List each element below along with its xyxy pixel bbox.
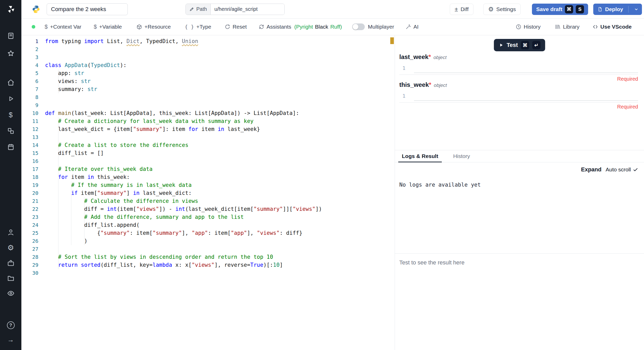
diff-button[interactable]: ± Diff — [450, 4, 473, 15]
code-line[interactable]: # Iterate over this_week data — [45, 165, 388, 173]
editor-toolbar: $ +Context Var $ +Variable +Resource { }… — [21, 19, 644, 35]
add-resource-button[interactable]: +Resource — [136, 24, 171, 30]
sidebar-item-runs[interactable] — [7, 95, 14, 102]
assistants-button[interactable]: Assistants — [259, 24, 291, 30]
code-line[interactable]: for item in this_week: — [45, 173, 388, 181]
add-context-var-button[interactable]: $ +Context Var — [45, 24, 81, 30]
sidebar-item-schedules[interactable] — [7, 143, 14, 151]
code-line[interactable] — [45, 45, 388, 53]
add-variable-button[interactable]: $ +Variable — [94, 24, 122, 30]
editor-code: from typing import List, Dict, TypedDict… — [45, 37, 388, 277]
deploy-divider — [628, 6, 629, 13]
save-draft-button[interactable]: Save draft ⌘ S — [532, 4, 588, 15]
code-line[interactable] — [45, 157, 388, 165]
expand-button[interactable]: Expand — [581, 166, 601, 173]
script-title-input[interactable] — [47, 3, 128, 15]
code-editor[interactable]: 1234567891011121314151617181920212223242… — [21, 35, 395, 350]
code-line[interactable]: if item["summary"] in last_week_dict: — [45, 189, 388, 197]
deploy-button[interactable]: Deploy — [593, 4, 642, 15]
code-line[interactable]: views: str — [45, 77, 388, 85]
history-button[interactable]: History — [516, 24, 540, 30]
line-number: 6 — [21, 77, 38, 85]
sidebar-item-home[interactable] — [7, 79, 14, 86]
code-line[interactable]: # Add the difference, summary and app to… — [45, 213, 388, 221]
sidebar-item-docs[interactable] — [7, 32, 14, 39]
line-number: 23 — [21, 213, 38, 221]
test-pane: Test ⌘ ↵ last_week* object 1 — [395, 35, 644, 350]
code-line[interactable]: # Create a dictionary for last_week data… — [45, 117, 388, 125]
settings-button[interactable]: ⚙ Settings — [483, 4, 521, 15]
path-input[interactable] — [210, 4, 284, 15]
calendar-icon — [7, 143, 14, 151]
sidebar-item-users[interactable] — [7, 229, 14, 236]
linters-status[interactable]: (Pyright Black Ruff) — [294, 24, 342, 30]
sidebar-item-variables[interactable]: $ — [9, 112, 13, 119]
warning-marker — [390, 37, 394, 44]
sidebar-item-resources[interactable] — [7, 127, 14, 135]
pencil-icon — [189, 7, 194, 12]
code-line[interactable]: ) — [45, 237, 388, 245]
code-line[interactable]: last_week_dict = {item["summary"]: item … — [45, 125, 388, 133]
tab-logs-result[interactable]: Logs & Result — [398, 150, 442, 162]
sidebar-collapse-button[interactable]: → — [7, 336, 14, 343]
code-line[interactable]: diff_list.append( — [45, 221, 388, 229]
line-number: 16 — [21, 157, 38, 165]
line-number: 15 — [21, 149, 38, 157]
resources-icon — [7, 127, 14, 135]
sidebar-item-help[interactable]: ? — [7, 321, 15, 329]
path-label: Path — [196, 6, 207, 12]
top-bar: Path ± Diff ⚙ Settings Save draft ⌘ S De… — [21, 0, 644, 19]
help-icon: ? — [7, 321, 15, 329]
arg-input-this-week[interactable] — [414, 91, 638, 101]
arg-header: last_week* object — [399, 53, 638, 61]
home-icon — [7, 79, 14, 86]
line-number: 14 — [21, 141, 38, 149]
code-line[interactable]: from typing import List, Dict, TypedDict… — [45, 37, 388, 45]
windmill-logo-icon[interactable] — [6, 5, 15, 14]
code-line[interactable]: def main(last_week: List[AppData], this_… — [45, 109, 388, 117]
ai-button[interactable]: AI — [405, 24, 419, 30]
sidebar-item-workers[interactable] — [7, 260, 14, 267]
code-line[interactable] — [45, 101, 388, 109]
code-line[interactable]: diff_list = [] — [45, 149, 388, 157]
code-line[interactable]: app: str — [45, 69, 388, 77]
code-line[interactable] — [45, 93, 388, 101]
code-line[interactable]: {"summary": item["summary"], "app": item… — [45, 229, 388, 237]
multiplayer-toggle[interactable] — [352, 23, 365, 30]
code-line[interactable] — [45, 245, 388, 253]
chevron-down-icon[interactable] — [634, 7, 639, 12]
sidebar-item-favorites[interactable] — [7, 50, 14, 57]
path-group: Path — [185, 4, 285, 15]
code-line[interactable]: diff = int(item["views"]) - int(last_wee… — [45, 205, 388, 213]
tab-history[interactable]: History — [450, 150, 473, 162]
sidebar-item-folders[interactable] — [7, 274, 14, 282]
section-divider — [395, 253, 644, 254]
library-button[interactable]: Library — [555, 24, 579, 30]
arg-input-last-week[interactable] — [414, 63, 638, 73]
reset-button[interactable]: Reset — [225, 24, 247, 30]
code-line[interactable]: class AppData(TypedDict): — [45, 61, 388, 69]
code-line[interactable] — [45, 269, 388, 277]
add-type-button[interactable]: { } +Type — [185, 24, 211, 30]
line-number: 1 — [399, 93, 414, 99]
python-logo-icon — [32, 5, 40, 14]
code-line[interactable]: summary: str — [45, 85, 388, 93]
sidebar-item-settings[interactable]: ⚙ — [7, 244, 14, 252]
test-button[interactable]: Test ⌘ ↵ — [494, 39, 545, 51]
code-line[interactable]: # Create a list to store the differences — [45, 141, 388, 149]
use-vscode-button[interactable]: Use VScode — [592, 24, 632, 30]
line-number: 17 — [21, 165, 38, 173]
code-line[interactable]: return sorted(diff_list, key=lambda x: x… — [45, 261, 388, 269]
code-line[interactable]: # Sort the list by views in descending o… — [45, 253, 388, 261]
line-number: 11 — [21, 117, 38, 125]
line-number: 26 — [21, 237, 38, 245]
toggle-knob — [353, 24, 358, 30]
edit-path-button[interactable]: Path — [186, 4, 210, 15]
code-line[interactable]: # Calculate the difference in views — [45, 197, 388, 205]
code-line[interactable] — [45, 53, 388, 61]
autoscroll-toggle[interactable]: Auto scroll — [606, 166, 638, 173]
sidebar-item-audit[interactable] — [7, 290, 14, 297]
code-line[interactable]: # If the summary is in last_week data — [45, 181, 388, 189]
clock-icon — [516, 24, 521, 30]
code-line[interactable] — [45, 133, 388, 141]
